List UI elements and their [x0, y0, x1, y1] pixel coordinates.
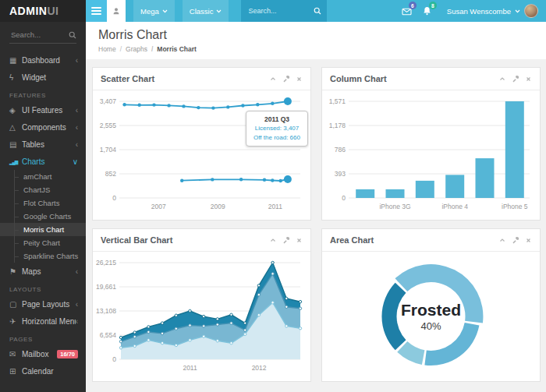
scatter-chart-body: 08521,7042,5553,407200720092011 2011 Q3 … [93, 90, 310, 220]
classic-menu-label: Classic [190, 7, 214, 16]
sidebar-item-mailbox[interactable]: ✉Mailbox16/70 [0, 345, 86, 362]
tooltip-line: Off the road: 660 [250, 133, 304, 143]
panel-column-chart: Column Chart 03937861,1781,571iPhone 3Gi… [321, 67, 541, 221]
topbar-search-input[interactable] [246, 6, 314, 16]
widget-icon: ϟ [9, 73, 22, 82]
collapse-icon[interactable] [269, 75, 277, 83]
sidebar-item-label: Calendar [22, 367, 78, 376]
sidebar-subitem-label: ChartJS [23, 185, 50, 194]
sidebar-item-label: Dashboard [22, 56, 76, 65]
app-logo[interactable]: ADMINUI [0, 0, 86, 22]
search-icon [69, 31, 76, 39]
sidebar-subitem-morris-chart[interactable]: Morris Chart [0, 223, 86, 236]
mega-menu-label: Mega [140, 7, 159, 16]
sidebar-item-label: Maps [22, 267, 76, 276]
column-chart-svg[interactable]: 03937861,1781,571iPhone 3GiPhone 4iPhone… [322, 90, 540, 220]
column-chart-body: 03937861,1781,571iPhone 3GiPhone 4iPhone… [322, 90, 540, 220]
sidebar-item-page-layouts[interactable]: ▢Page Layouts‹ [0, 295, 86, 313]
close-icon[interactable] [296, 76, 303, 83]
sidebar-search-input[interactable] [9, 30, 69, 40]
panel-header: Vertical Bar Chart [93, 229, 310, 252]
panel-title: Column Chart [330, 74, 498, 83]
user-menu[interactable]: Susan Wenscombe [438, 0, 546, 22]
sidebar-item-horizontal-menu[interactable]: ✈Horizontal Menu‹ [0, 313, 86, 330]
settings-wrench-icon[interactable] [512, 236, 519, 244]
close-icon[interactable] [296, 237, 303, 244]
mailbox-count-badge: 16/70 [57, 350, 78, 358]
sidebar-item-label: Horizontal Menu [22, 317, 76, 326]
panel-vertical-bar-chart: Vertical Bar Chart 06,55413,10819,66126,… [92, 228, 311, 382]
sidebar-item-calendar[interactable]: ⊞Calendar [0, 362, 86, 380]
sidebar-item-label: Page Layouts [22, 300, 76, 309]
sidebar-item-widget[interactable]: ϟWidget [0, 69, 86, 86]
avatar[interactable] [524, 4, 538, 18]
user-name: Susan Wenscombe [447, 7, 511, 16]
donut-chart-svg[interactable] [322, 252, 540, 381]
svg-text:393: 393 [335, 170, 346, 178]
sidebar-item-charts[interactable]: ▂▄▆Charts∨ [0, 153, 86, 170]
menu-toggle-button[interactable] [86, 0, 107, 22]
close-icon[interactable] [525, 237, 532, 244]
sidebar-item-components[interactable]: △Components‹ [0, 118, 86, 136]
svg-text:786: 786 [335, 146, 346, 154]
svg-text:0: 0 [112, 355, 116, 363]
sidebar-item-tables[interactable]: ▤Tables‹ [0, 136, 86, 153]
svg-text:2007: 2007 [151, 203, 166, 210]
settings-wrench-icon[interactable] [282, 75, 290, 83]
sidebar: ADMINUI ▦Dashboard‹ϟWidgetFEATURES◈UI Fe… [0, 0, 86, 392]
horizontal-menu-icon: ✈ [9, 317, 22, 326]
svg-text:3,407: 3,407 [100, 97, 117, 105]
sidebar-subitem-google-charts[interactable]: Google Charts [0, 210, 86, 223]
collapse-icon[interactable] [498, 236, 506, 244]
classic-menu-button[interactable]: Classic [183, 0, 229, 22]
messages-button[interactable]: 6 [397, 0, 417, 22]
sidebar-item-ui-features[interactable]: ◈UI Features‹ [0, 101, 86, 118]
collapse-icon[interactable] [269, 236, 277, 244]
svg-text:2,555: 2,555 [100, 122, 117, 129]
calendar-icon: ⊞ [9, 367, 22, 376]
topbar: Mega Classic 6 8 Susan Wenscombe [86, 0, 546, 22]
svg-text:852: 852 [105, 170, 116, 178]
svg-text:6,554: 6,554 [100, 331, 117, 339]
chevron-left-icon: ‹ [76, 300, 78, 309]
breadcrumb-graphs[interactable]: Graphs [116, 45, 147, 53]
panel-tools [498, 75, 532, 83]
svg-text:0: 0 [342, 194, 346, 202]
sidebar-subitem-flot-charts[interactable]: Flot Charts [0, 196, 86, 210]
sidebar-subitem-sparkline-charts[interactable]: Sparkline Charts [0, 249, 86, 263]
person-icon [112, 7, 120, 15]
sidebar-nav: ▦Dashboard‹ϟWidgetFEATURES◈UI Features‹△… [0, 48, 86, 392]
collapse-icon[interactable] [498, 75, 506, 83]
sidebar-subitem-label: Peity Chart [23, 238, 60, 247]
scatter-chart-svg[interactable]: 08521,7042,5553,407200720092011 [93, 90, 310, 220]
sidebar-subitem-label: Flot Charts [23, 199, 59, 207]
svg-text:26,215: 26,215 [96, 259, 116, 267]
sidebar-subitem-peity-chart[interactable]: Peity Chart [0, 236, 86, 249]
svg-text:1,704: 1,704 [100, 146, 117, 154]
settings-wrench-icon[interactable] [282, 236, 290, 244]
settings-wrench-icon[interactable] [512, 75, 519, 83]
sidebar-item-label: Components [22, 123, 76, 132]
chevron-left-icon: ‹ [76, 123, 78, 132]
notifications-button[interactable]: 8 [417, 0, 438, 22]
breadcrumb-home[interactable]: Home [98, 45, 116, 53]
topbar-spacer [327, 0, 396, 22]
chevron-left-icon: ‹ [76, 56, 78, 65]
close-icon[interactable] [525, 76, 532, 83]
titlebar: Morris Chart HomeGraphsMorris Chart [86, 22, 546, 59]
sidebar-subitem-chartjs[interactable]: ChartJS [0, 183, 86, 196]
sidebar-item-maps[interactable]: ⚑Maps‹ [0, 263, 86, 280]
breadcrumb-current: Morris Chart [147, 45, 197, 53]
content: Scatter Chart 08521,7042,5553,4072007200… [86, 59, 546, 392]
search-icon[interactable] [314, 7, 321, 15]
chevron-left-icon: ‹ [76, 140, 78, 149]
user-tab[interactable] [107, 0, 126, 22]
logo-ui: UI [47, 5, 58, 17]
sidebar-item-dashboard[interactable]: ▦Dashboard‹ [0, 51, 86, 69]
stacked-area-chart-svg[interactable]: 06,55413,10819,66126,21520112012 [93, 252, 310, 381]
sidebar-subitem-amchart[interactable]: amChart [0, 170, 86, 183]
mega-menu-button[interactable]: Mega [133, 0, 175, 22]
chevron-left-icon: ‹ [76, 317, 78, 326]
chevron-down-icon [162, 9, 168, 13]
panel-tools [498, 236, 532, 244]
